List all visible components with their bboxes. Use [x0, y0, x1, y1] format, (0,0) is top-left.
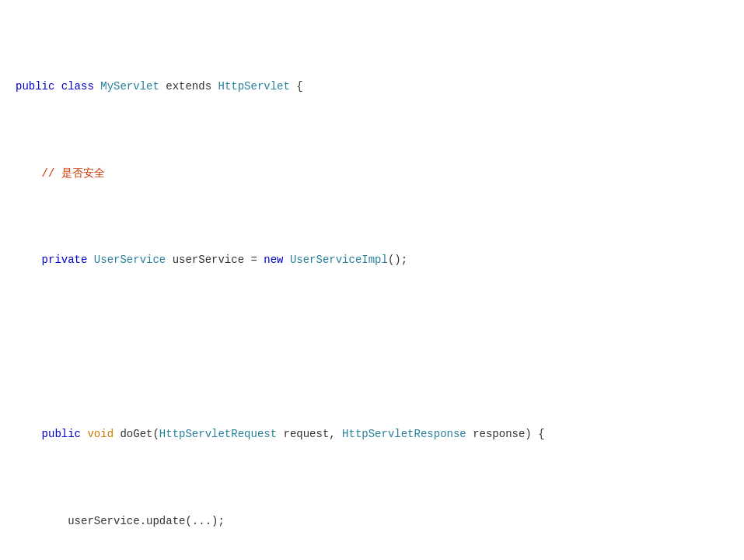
keyword: class	[61, 80, 100, 93]
code-line	[16, 338, 728, 355]
code-line: public void doGet(HttpServletRequest req…	[16, 425, 728, 443]
code-text: extends	[159, 80, 218, 93]
keyword: new	[264, 254, 290, 266]
class-name: HttpServlet	[218, 80, 289, 93]
code-text: request,	[277, 428, 342, 440]
code-line: // 是否安全	[16, 165, 728, 182]
code-line: private UserService userService = new Us…	[16, 251, 728, 268]
code-text	[16, 428, 42, 440]
code-line: public class MyServlet extends HttpServl…	[16, 78, 728, 95]
comment: // 是否安全	[42, 167, 105, 180]
code-text: response) {	[466, 428, 545, 440]
code-text: userService.update(...);	[16, 515, 225, 527]
class-name: HttpServletResponse	[342, 428, 466, 440]
code-text: doGet(	[120, 428, 159, 440]
code-text	[16, 167, 42, 180]
class-name: UserServiceImpl	[290, 254, 388, 266]
class-name: UserService	[94, 254, 166, 266]
keyword: private	[42, 254, 94, 266]
code-block: public class MyServlet extends HttpServl…	[16, 8, 728, 560]
keyword: public	[16, 80, 61, 93]
code-text: ();	[388, 254, 407, 266]
code-line: userService.update(...);	[16, 513, 728, 530]
code-text: userService =	[166, 254, 264, 266]
class-name: MyServlet	[100, 80, 159, 93]
class-name: HttpServletRequest	[159, 428, 277, 440]
code-text	[16, 254, 42, 266]
code-container: public class MyServlet extends HttpServl…	[0, 0, 744, 560]
code-text: {	[290, 80, 303, 93]
keyword: public	[42, 428, 88, 440]
keyword-void: void	[87, 428, 120, 440]
